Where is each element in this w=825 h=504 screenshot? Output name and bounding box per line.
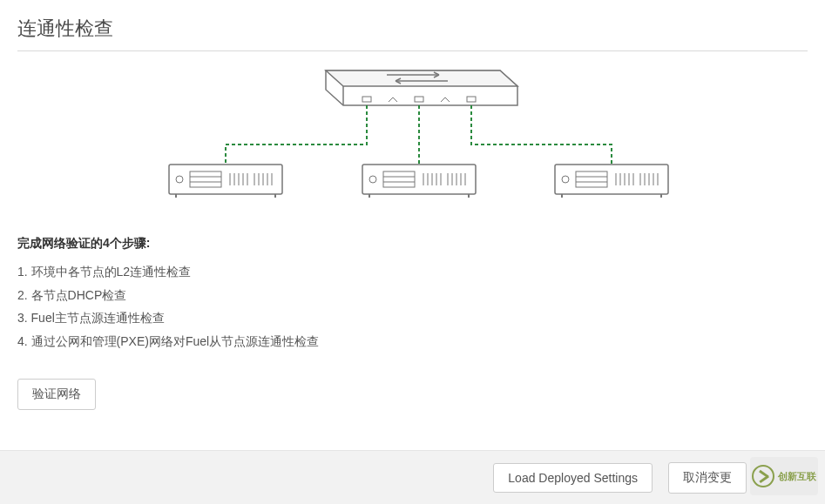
load-deployed-settings-button[interactable]: Load Deployed Settings (493, 463, 653, 493)
verify-network-button[interactable]: 验证网络 (17, 379, 96, 410)
cancel-changes-button[interactable]: 取消变更 (668, 462, 747, 494)
brand-logo-badge: 创新互联 (750, 457, 818, 495)
step-item: 3. Fuel主节点源连通性检查 (17, 306, 808, 330)
svg-rect-2 (467, 97, 476, 102)
server-node-icon (362, 165, 476, 198)
server-node-icon (169, 165, 282, 198)
topology-svg (134, 62, 692, 210)
svg-rect-20 (362, 165, 476, 194)
svg-rect-0 (362, 97, 371, 102)
step-item: 1. 环境中各节点的L2连通性检查 (17, 260, 808, 284)
page-title: 连通性检查 (17, 16, 808, 51)
step-item: 2. 各节点DHCP检查 (17, 284, 808, 307)
switch-icon (326, 71, 517, 105)
step-item: 4. 通过公网和管理(PXE)网络对Fuel从节点源连通性检查 (17, 330, 808, 353)
steps-heading: 完成网络验证的4个步骤: (17, 236, 808, 252)
svg-rect-1 (415, 97, 423, 102)
network-cables (226, 105, 612, 165)
svg-rect-3 (169, 165, 282, 194)
network-topology-diagram (17, 62, 808, 210)
server-node-icon (555, 165, 668, 198)
svg-rect-37 (555, 165, 668, 194)
brand-logo-icon (752, 465, 774, 487)
steps-list: 1. 环境中各节点的L2连通性检查 2. 各节点DHCP检查 3. Fuel主节… (17, 260, 808, 353)
brand-logo-text: 创新互联 (778, 472, 816, 481)
footer-bar: Load Deployed Settings 取消变更 (0, 450, 825, 504)
